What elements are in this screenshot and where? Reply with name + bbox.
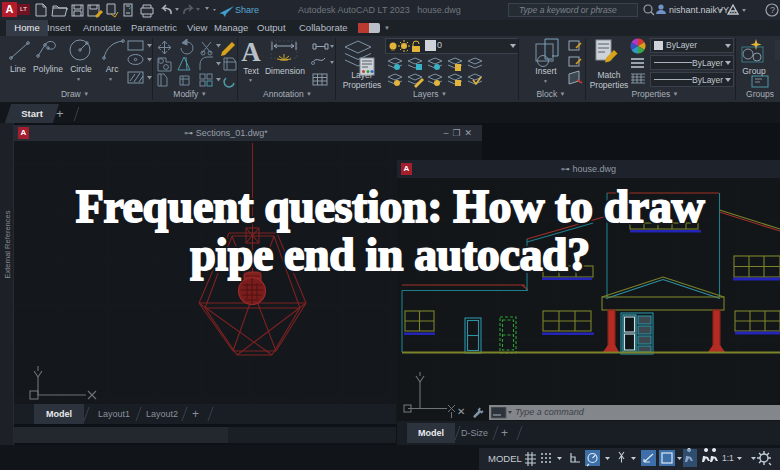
svg-text:1:1: 1:1 <box>722 453 734 463</box>
svg-text:?: ? <box>770 5 775 15</box>
